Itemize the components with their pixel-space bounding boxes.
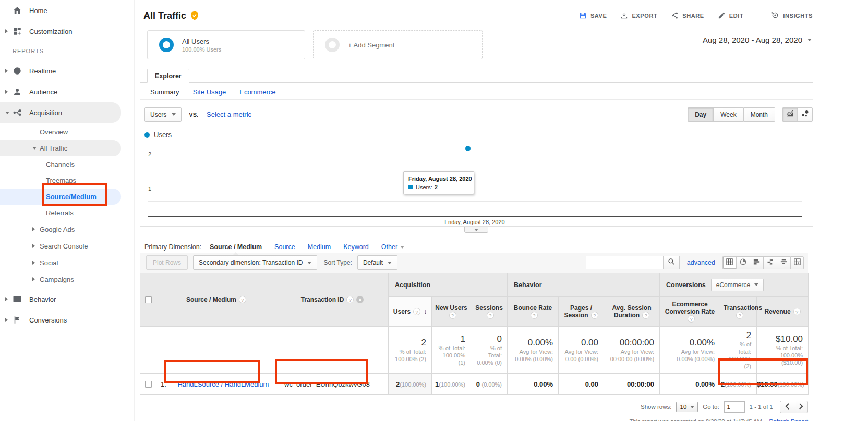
add-segment-label: + Add Segment bbox=[348, 41, 394, 49]
primary-dimension-other[interactable]: Other bbox=[381, 243, 404, 251]
column-header-source-medium[interactable]: Source / Medium? bbox=[156, 273, 276, 327]
table-view-button[interactable] bbox=[722, 256, 736, 269]
performance-view-button[interactable] bbox=[750, 256, 763, 269]
segment-all-users[interactable]: All Users 100.00% Users bbox=[147, 30, 305, 59]
sidebar-item-search-console[interactable]: Search Console bbox=[0, 238, 134, 254]
column-header-new-users[interactable]: New Users? bbox=[432, 297, 471, 327]
help-icon[interactable]: ? bbox=[736, 312, 743, 319]
select-all-checkbox[interactable] bbox=[145, 296, 152, 303]
column-header-sessions[interactable]: Sessions? bbox=[471, 297, 508, 327]
next-page-button[interactable] bbox=[794, 401, 808, 413]
sidebar-item-treemaps[interactable]: Treemaps bbox=[0, 172, 134, 189]
column-header-ecommerce-conversion-rate[interactable]: Ecommerce Conversion Rate? bbox=[660, 297, 720, 327]
sidebar-item-all-traffic[interactable]: All Traffic bbox=[0, 140, 121, 156]
column-header-transactions[interactable]: Transactions? bbox=[720, 297, 757, 327]
timeline-collapse-button[interactable] bbox=[464, 227, 488, 233]
primary-dimension-keyword[interactable]: Keyword bbox=[343, 243, 369, 251]
subtab-site-usage[interactable]: Site Usage bbox=[193, 88, 226, 99]
help-icon[interactable]: ? bbox=[346, 296, 354, 303]
comparison-icon bbox=[766, 258, 774, 268]
pencil-icon bbox=[718, 11, 726, 20]
sidebar-item-customization[interactable]: Customization bbox=[0, 21, 134, 42]
pivot-view-button[interactable] bbox=[790, 256, 804, 269]
chevron-right-icon bbox=[5, 318, 13, 322]
select-metric-link[interactable]: Select a metric bbox=[207, 110, 251, 118]
sidebar-item-label: Conversions bbox=[29, 316, 67, 324]
primary-dimension-source[interactable]: Source bbox=[274, 243, 295, 251]
conversions-type-dropdown[interactable]: eCommerce bbox=[711, 279, 764, 291]
sidebar-item-home[interactable]: Home bbox=[0, 0, 134, 21]
sidebar-item-campaigns[interactable]: Campaigns bbox=[0, 271, 134, 288]
metric-selector[interactable]: Users bbox=[144, 107, 182, 122]
sidebar-item-audience[interactable]: Audience bbox=[0, 81, 134, 102]
help-icon[interactable]: ? bbox=[531, 312, 538, 319]
secondary-dimension-dropdown[interactable]: Secondary dimension: Transaction ID bbox=[193, 255, 317, 270]
row-source-medium-cell: 1. HandLSource / HandLMedium bbox=[156, 374, 276, 395]
primary-dimension-medium[interactable]: Medium bbox=[308, 243, 331, 251]
help-icon[interactable]: ? bbox=[487, 312, 494, 319]
column-header-bounce-rate[interactable]: Bounce Rate? bbox=[508, 297, 559, 327]
edit-button[interactable]: EDIT bbox=[718, 11, 743, 20]
download-icon bbox=[620, 11, 628, 20]
column-header-pages-session[interactable]: Pages / Session? bbox=[559, 297, 604, 327]
save-button[interactable]: SAVE bbox=[579, 11, 607, 20]
comparison-view-button[interactable] bbox=[763, 256, 777, 269]
help-icon[interactable]: ? bbox=[449, 312, 456, 319]
sort-type-dropdown[interactable]: Default bbox=[357, 255, 397, 270]
percentage-view-button[interactable] bbox=[736, 256, 750, 269]
share-button[interactable]: SHARE bbox=[671, 11, 704, 20]
goto-page-input[interactable] bbox=[724, 401, 745, 413]
help-icon[interactable]: ? bbox=[239, 296, 246, 303]
column-header-revenue[interactable]: Revenue? bbox=[757, 297, 809, 327]
sidebar-item-channels[interactable]: Channels bbox=[0, 156, 134, 172]
table-search-input[interactable] bbox=[586, 256, 663, 269]
sidebar-item-realtime[interactable]: Realtime bbox=[0, 60, 134, 81]
refresh-report-link[interactable]: Refresh Report bbox=[769, 418, 808, 421]
page-title: All Traffic bbox=[143, 10, 186, 21]
insights-button[interactable]: INSIGHTS bbox=[771, 11, 813, 20]
column-header-transaction-id[interactable]: Transaction ID?× bbox=[276, 273, 389, 327]
sidebar-item-overview[interactable]: Overview bbox=[0, 124, 134, 140]
add-segment-button[interactable]: + Add Segment bbox=[313, 30, 483, 59]
subtab-ecommerce[interactable]: Ecommerce bbox=[239, 88, 275, 99]
remove-secondary-dimension-icon[interactable]: × bbox=[356, 296, 364, 303]
advanced-search-link[interactable]: advanced bbox=[687, 259, 715, 266]
share-icon bbox=[671, 11, 679, 20]
primary-dimension-active[interactable]: Source / Medium bbox=[210, 243, 262, 251]
show-rows-select[interactable]: 10 bbox=[676, 402, 698, 412]
table-row: 1. HandLSource / HandLMedium wc_order_EU… bbox=[140, 374, 809, 395]
motion-chart-toggle-button[interactable] bbox=[798, 107, 813, 122]
sidebar-item-behavior[interactable]: Behavior bbox=[0, 289, 134, 309]
line-chart-toggle-button[interactable] bbox=[782, 107, 798, 122]
sidebar-item-social[interactable]: Social bbox=[0, 254, 134, 271]
sidebar-item-source-medium[interactable]: Source/Medium bbox=[0, 189, 121, 205]
help-icon[interactable]: ? bbox=[642, 312, 649, 319]
sidebar-item-acquisition[interactable]: Acquisition bbox=[0, 102, 121, 123]
column-header-users[interactable]: Users?↓ bbox=[389, 297, 432, 327]
header-actions: SAVE EXPORT SHARE EDIT INSIGHTS bbox=[579, 9, 813, 22]
sidebar-item-label: Audience bbox=[29, 88, 57, 96]
export-button[interactable]: EXPORT bbox=[620, 11, 657, 20]
chart-data-point[interactable] bbox=[465, 146, 471, 151]
tab-explorer[interactable]: Explorer bbox=[147, 69, 189, 83]
help-icon[interactable]: ? bbox=[793, 308, 801, 315]
term-cloud-view-button[interactable] bbox=[777, 256, 790, 269]
sidebar-item-conversions[interactable]: Conversions bbox=[0, 309, 134, 330]
sidebar-item-google-ads[interactable]: Google Ads bbox=[0, 221, 134, 238]
source-medium-link[interactable]: HandLSource / HandLMedium bbox=[177, 380, 269, 388]
search-button[interactable] bbox=[663, 256, 680, 269]
help-icon[interactable]: ? bbox=[413, 308, 420, 315]
granularity-month-button[interactable]: Month bbox=[743, 107, 775, 122]
totals-empty-cell bbox=[156, 327, 276, 374]
granularity-day-button[interactable]: Day bbox=[688, 107, 713, 122]
subtab-summary[interactable]: Summary bbox=[150, 88, 179, 99]
row-checkbox[interactable] bbox=[145, 381, 152, 388]
column-header-avg-session-duration[interactable]: Avg. Session Duration? bbox=[604, 297, 660, 327]
help-icon[interactable]: ? bbox=[688, 315, 695, 323]
help-icon[interactable]: ? bbox=[591, 312, 598, 319]
previous-page-button[interactable] bbox=[780, 401, 794, 413]
page-header: All Traffic SAVE EXPORT SHARE bbox=[140, 0, 813, 25]
date-range-picker[interactable]: Aug 28, 2020 - Aug 28, 2020 bbox=[702, 30, 813, 59]
granularity-week-button[interactable]: Week bbox=[713, 107, 743, 122]
sidebar-item-referrals[interactable]: Referrals bbox=[0, 205, 134, 221]
